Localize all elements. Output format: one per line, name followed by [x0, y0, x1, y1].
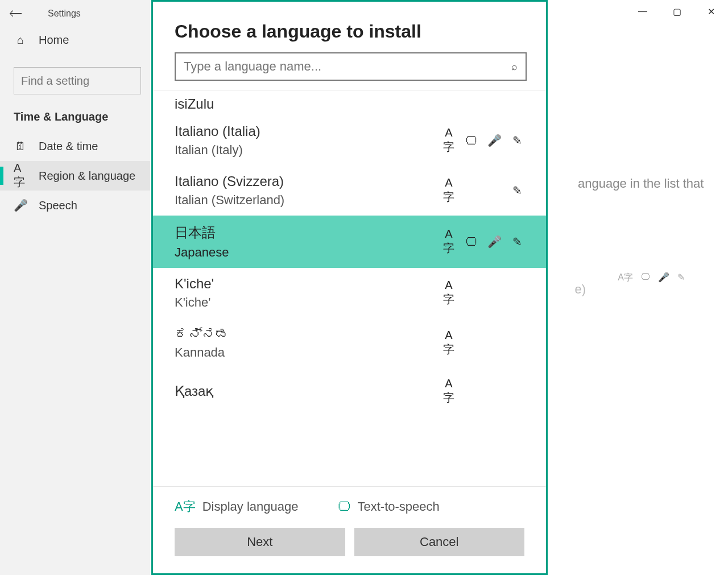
language-native-name: K'iche': [175, 276, 214, 292]
language-row-kazakh[interactable]: Қазақ A字: [153, 368, 546, 408]
display-language-icon: A字: [618, 272, 633, 284]
mic-icon: 🎤: [14, 198, 27, 212]
search-icon: ⌕: [511, 61, 518, 73]
settings-search-input[interactable]: [21, 75, 134, 88]
display-language-icon: A字: [175, 498, 196, 515]
language-feature-icons: A字 🖵 🎤 ✎: [439, 126, 524, 155]
language-english-name: Italian (Italy): [175, 143, 260, 158]
sidebar-item-label: Region & language: [39, 169, 135, 183]
sidebar-item-home[interactable]: ⌂ Home: [0, 25, 150, 55]
tts-icon: 🖵: [464, 134, 479, 147]
language-english-name: Italian (Switzerland): [175, 193, 284, 208]
tts-icon: 🖵: [338, 499, 350, 514]
language-list[interactable]: isiZulu Italiano (Italia) Italian (Italy…: [153, 90, 546, 487]
display-language-icon: A字: [441, 377, 456, 406]
minimize-button[interactable]: —: [626, 0, 660, 23]
language-feature-icons: A字: [439, 329, 524, 357]
speech-icon: 🎤: [487, 235, 502, 249]
install-language-dialog: Choose a language to install ⌕ isiZulu I…: [151, 0, 548, 575]
calendar-icon: 🗓: [14, 139, 27, 153]
language-feature-icons: A字: [439, 377, 524, 406]
sidebar-item-label: Home: [39, 34, 69, 47]
sidebar-item-datetime[interactable]: 🗓 Date & time: [0, 131, 150, 161]
display-language-icon: A字: [441, 227, 456, 256]
language-feature-icons: A字 ✎: [439, 176, 524, 205]
handwriting-icon: ✎: [510, 235, 524, 249]
handwriting-icon: ✎: [510, 184, 524, 197]
display-language-icon: A字: [441, 329, 456, 357]
display-language-icon: A字: [441, 279, 456, 307]
language-feature-icons: A字 🖵 🎤 ✎: [439, 227, 524, 256]
sidebar-item-label: Date & time: [39, 140, 98, 153]
language-native-name: Italiano (Italia): [175, 123, 260, 139]
handwriting-icon: ✎: [677, 272, 685, 284]
dialog-buttons: Next Cancel: [153, 521, 546, 573]
language-row-kiche[interactable]: K'iche' K'iche' A字: [153, 268, 546, 318]
language-native-name: 日本語: [175, 224, 229, 242]
sidebar-item-region-language[interactable]: A字 Region & language: [0, 161, 150, 191]
tts-icon: 🖵: [641, 272, 650, 284]
window-controls: — ▢ ✕: [626, 0, 728, 23]
legend-label: Display language: [202, 499, 299, 514]
legend-display-language: A字 Display language: [175, 498, 298, 515]
home-icon: ⌂: [14, 33, 27, 47]
display-language-icon: A字: [441, 176, 456, 205]
language-english-name: Japanese: [175, 245, 229, 260]
next-button[interactable]: Next: [175, 528, 345, 556]
settings-sidebar: ⌂ Home Time & Language 🗓 Date & time A字 …: [0, 25, 150, 220]
speech-icon: 🎤: [487, 134, 502, 147]
settings-search[interactable]: [14, 67, 141, 94]
sidebar-item-label: Speech: [39, 199, 77, 212]
language-native-name: Italiano (Svizzera): [175, 173, 284, 189]
language-native-name: ಕನ್ನಡ: [175, 326, 229, 342]
sidebar-item-speech[interactable]: 🎤 Speech: [0, 191, 150, 220]
language-row-kannada[interactable]: ಕನ್ನಡ Kannada A字: [153, 318, 546, 368]
language-icon: A字: [14, 169, 27, 183]
cancel-button[interactable]: Cancel: [354, 528, 525, 556]
speech-icon: 🎤: [658, 272, 669, 284]
settings-title: Settings: [48, 9, 81, 19]
language-native-name: isiZulu: [175, 96, 214, 111]
handwriting-icon: ✎: [510, 134, 524, 147]
back-icon[interactable]: 🡐: [5, 2, 27, 25]
background-feature-icons: A字 🖵 🎤 ✎: [618, 272, 685, 284]
legend-label: Text-to-speech: [357, 499, 439, 514]
close-button[interactable]: ✕: [694, 0, 728, 23]
language-feature-icons: A字: [439, 279, 524, 307]
background-partial-text-2: e): [574, 282, 586, 297]
background-partial-text: anguage in the list that: [578, 176, 714, 191]
language-row-japanese[interactable]: 日本語 Japanese A字 🖵 🎤 ✎: [153, 216, 546, 268]
display-language-icon: A字: [441, 126, 456, 155]
language-search[interactable]: ⌕: [175, 52, 527, 81]
tts-icon: 🖵: [464, 235, 479, 249]
language-english-name: K'iche': [175, 295, 214, 310]
language-english-name: Kannada: [175, 345, 229, 360]
feature-legend: A字 Display language 🖵 Text-to-speech: [153, 487, 546, 521]
sidebar-group-title: Time & Language: [0, 98, 150, 131]
language-row-italian-italy[interactable]: Italiano (Italia) Italian (Italy) A字 🖵 🎤…: [153, 115, 546, 166]
legend-tts: 🖵 Text-to-speech: [338, 498, 439, 515]
dialog-title: Choose a language to install: [153, 2, 546, 52]
language-search-input[interactable]: [184, 59, 511, 74]
language-native-name: Қазақ: [175, 383, 214, 399]
maximize-button[interactable]: ▢: [660, 0, 694, 23]
language-row-isizulu[interactable]: isiZulu: [153, 90, 546, 115]
language-row-italian-switzerland[interactable]: Italiano (Svizzera) Italian (Switzerland…: [153, 166, 546, 216]
